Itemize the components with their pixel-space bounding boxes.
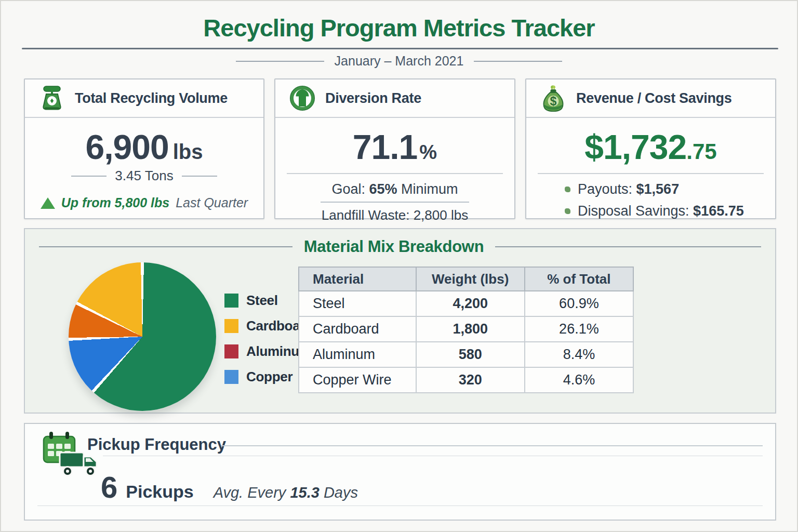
revenue-cost-savings-card: $ Revenue / Cost Savings $1,732.75 Payou… [525,78,776,219]
goal-row: Goal: 65% Minimum [275,181,514,197]
table-row: Cardboard 1,800 26.1% [299,316,633,342]
volume-tons: 3.45 Tons [115,168,173,184]
goal-suffix: Minimum [397,181,458,197]
revenue-value: $1,732.75 [526,127,775,167]
revenue-divider [538,173,764,174]
disposal-savings-text: Disposal Savings: $165.75 [578,203,744,219]
revenue-number: $1,732 [584,128,686,166]
table-header-row: Material Weight (lbs) % of Total [299,267,633,291]
header-divider [22,48,778,49]
disposal-savings-value: $165.75 [693,203,744,219]
recycle-arrow-icon [289,85,316,112]
material-mix-table: Material Weight (lbs) % of Total Steel 4… [298,267,634,393]
percent-cell: 8.4% [525,342,633,367]
diversion-card-title: Diversion Rate [325,90,421,107]
material-mix-section: Material Mix Breakdown Steel Cardboard A… [24,228,776,414]
kpi-cards-row: Total Recycling Volume 6,900lbs 3.45 Ton… [24,78,776,219]
tons-left-line [71,176,107,177]
tons-right-line [182,176,217,177]
cardboard-swatch [224,319,238,333]
percent-cell: 4.6% [525,367,633,393]
pickup-frequency-section: Pickup Frequency 6 Pickups Avg. Every 15… [24,423,776,521]
material-mix-title: Material Mix Breakdown [304,237,484,256]
copper-swatch [224,370,238,384]
volume-trend-row: Up from 5,800 lbs Last Quarter [25,195,263,210]
recycling-metrics-dashboard: Recycling Program Metrics Tracker Januar… [0,0,798,532]
diversion-card-header: Diversion Rate [275,79,514,118]
volume-tons-row: 3.45 Tons [25,168,263,184]
weight-cell: 320 [416,367,525,393]
diversion-divider [287,173,503,174]
weight-cell: 4,200 [416,291,525,316]
goal-underline [321,202,469,203]
revenue-breakdown-list: Payouts: $1,567 Disposal Savings: $165.7… [526,181,775,219]
landfill-waste: Landfill Waste: 2,800 lbs [275,207,514,223]
pickup-frequency-title: Pickup Frequency [87,435,226,454]
table-row: Steel 4,200 60.9% [299,291,633,316]
material-mix-title-row: Material Mix Breakdown [25,237,775,256]
trend-up-icon [41,197,55,209]
goal-value: 65% [369,181,397,197]
revenue-card-title: Revenue / Cost Savings [576,90,732,107]
money-bag-icon: $ [540,85,567,112]
material-cell: Steel [299,291,416,316]
pickup-title-rule [221,445,763,446]
volume-card-title: Total Recycling Volume [75,90,228,107]
svg-text:$: $ [550,95,557,108]
percent-cell: 26.1% [525,316,633,342]
material-cell: Aluminum [299,342,416,367]
pickup-stats: 6 Pickups Avg. Every 15.3 Days [101,470,358,504]
leaf-bullet-icon [565,187,570,192]
volume-card-header: Total Recycling Volume [25,79,263,118]
steel-swatch [224,294,238,308]
percent-cell: 60.9% [525,291,633,316]
avg-days-value: 15.3 [290,484,319,501]
avg-prefix: Avg. Every [214,484,290,501]
payouts-item: Payouts: $1,567 [565,181,775,197]
weight-column-header: Weight (lbs) [416,267,525,291]
pickup-bottom-rule [37,506,763,506]
goal-prefix: Goal: [331,181,369,197]
aluminum-swatch [224,344,238,358]
avg-suffix: Days [320,484,358,501]
payouts-value: $1,567 [636,181,680,197]
volume-number: 6,900 [86,128,169,166]
table-row: Aluminum 580 8.4% [299,342,633,367]
copper-label: Copper [246,369,292,385]
revenue-fraction: .75 [686,139,716,164]
table-row: Copper Wire 320 4.6% [299,367,633,393]
pickup-average: Avg. Every 15.3 Days [214,484,358,501]
period-left-line [236,61,324,62]
diversion-unit: % [419,141,437,163]
pickup-secondary-rule [103,456,763,456]
material-cell: Cardboard [299,316,416,342]
disposal-savings-label: Disposal Savings: [578,203,693,219]
diversion-value: 71.1% [275,127,514,167]
leaf-bullet-icon [565,208,570,214]
weight-cell: 1,800 [416,316,525,342]
volume-value: 6,900lbs [25,127,263,167]
page-title: Recycling Program Metrics Tracker [1,14,797,42]
pickup-count-label: Pickups [126,482,193,502]
volume-unit: lbs [173,140,203,163]
trend-highlight: Up from 5,800 lbs [61,195,169,210]
truck-icon [58,450,101,479]
weight-cell: 580 [416,342,525,367]
revenue-card-header: $ Revenue / Cost Savings [526,79,775,118]
title-right-line [495,246,761,247]
period-label: January – March 2021 [335,54,464,69]
disposal-savings-item: Disposal Savings: $165.75 [565,203,775,219]
percent-column-header: % of Total [525,267,633,291]
steel-label: Steel [246,292,278,309]
material-column-header: Material [299,267,416,291]
diversion-rate-card: Diversion Rate 71.1% Goal: 65% Minimum L… [274,78,515,219]
pickup-count: 6 [101,470,117,504]
diversion-number: 71.1 [353,128,417,166]
payouts-text: Payouts: $1,567 [578,181,679,197]
title-left-line [39,246,292,247]
trend-note: Last Quarter [176,195,248,210]
total-recycling-volume-card: Total Recycling Volume 6,900lbs 3.45 Ton… [24,78,264,219]
period-right-line [474,61,562,62]
payouts-label: Payouts: [578,181,636,197]
material-cell: Copper Wire [299,367,416,393]
